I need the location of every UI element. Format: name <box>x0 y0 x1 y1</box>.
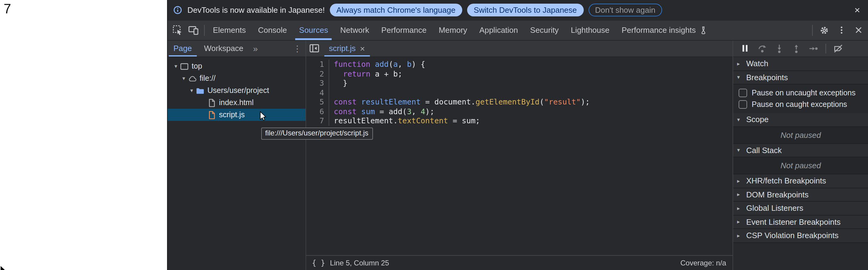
file-tree: ▾top▾file://▾Users/user/projectindex.htm… <box>167 57 305 121</box>
code-token <box>370 60 375 69</box>
section-label: XHR/fetch Breakpoints <box>746 176 826 186</box>
checkbox-label: Pause on uncaught exceptions <box>752 89 856 97</box>
devtools-window: DevTools is now available in Japanese! A… <box>167 0 868 270</box>
code-editor[interactable]: 1function add(a, b) {2 return a + b;3 }4… <box>306 57 732 255</box>
line-number[interactable]: 2 <box>306 69 329 78</box>
code-line-text: } <box>329 78 347 88</box>
code-token <box>356 97 361 106</box>
tab-label: Console <box>258 26 287 35</box>
code-token: , <box>398 60 407 69</box>
tree-item-top[interactable]: ▾top <box>167 60 305 72</box>
tab-lighthouse[interactable]: Lighthouse <box>565 20 616 40</box>
section-scope[interactable]: ▾Scope <box>733 113 868 127</box>
navigator-tab-bar: Page Workspace » ⋮ <box>167 40 305 57</box>
section-breakpoints[interactable]: ▾Breakpoints <box>733 71 868 84</box>
editor-pane: script.js × 1function add(a, b) {2 retur… <box>306 40 733 270</box>
tree-item-users-user-project[interactable]: ▾Users/user/project <box>167 84 305 97</box>
device-toolbar-icon[interactable] <box>186 22 202 38</box>
code-token: "result" <box>544 97 580 106</box>
line-number[interactable]: 4 <box>306 88 329 97</box>
line-number[interactable]: 3 <box>306 78 329 88</box>
code-line: 2 return a + b; <box>306 69 732 78</box>
code-token: = add( <box>375 107 407 116</box>
expander-icon[interactable]: ▾ <box>172 63 180 69</box>
tab-elements[interactable]: Elements <box>207 20 252 40</box>
tree-item-index-html[interactable]: index.html <box>167 97 305 109</box>
line-number[interactable]: 6 <box>306 107 329 116</box>
tab-performance[interactable]: Performance <box>375 20 433 40</box>
tab-console[interactable]: Console <box>252 20 293 40</box>
triangle-right-icon: ▸ <box>737 178 743 184</box>
checkbox-pause-on-caught-exceptions[interactable]: Pause on caught exceptions <box>733 99 868 111</box>
section-csp-violation-breakpoints[interactable]: ▸CSP Violation Breakpoints <box>733 229 868 243</box>
section-dom-breakpoints[interactable]: ▸DOM Breakpoints <box>733 188 868 202</box>
section-xhr-fetch-breakpoints[interactable]: ▸XHR/fetch Breakpoints <box>733 174 868 188</box>
page: 7 DevTools is now available in Japanese!… <box>0 0 868 270</box>
step-icon[interactable] <box>806 42 820 55</box>
infobar-button-switch-devtools-to-japanese[interactable]: Switch DevTools to Japanese <box>467 4 584 17</box>
tab-network[interactable]: Network <box>334 20 375 40</box>
tab-sources[interactable]: Sources <box>293 20 334 40</box>
checkbox-box[interactable] <box>738 89 747 97</box>
code-line-text: function add(a, b) { <box>329 60 425 69</box>
tab-label: Lighthouse <box>571 26 610 35</box>
tab-close-icon[interactable]: × <box>360 44 365 54</box>
code-line: 4 <box>306 88 732 97</box>
kebab-menu-icon[interactable] <box>833 22 849 38</box>
more-tabs-icon[interactable]: » <box>249 44 261 54</box>
tab-label: Elements <box>213 26 246 35</box>
code-line-text <box>329 88 338 97</box>
code-token <box>334 69 343 78</box>
toolbar-separator <box>812 25 813 35</box>
line-number[interactable]: 5 <box>306 97 329 107</box>
step-out-icon[interactable] <box>789 42 803 55</box>
pretty-print-icon[interactable]: { } <box>312 259 325 267</box>
inspect-icon[interactable] <box>170 22 186 38</box>
section-label: Watch <box>746 59 768 68</box>
infobar-button-always-match-chrome-s-language[interactable]: Always match Chrome's language <box>330 4 462 17</box>
section-watch[interactable]: ▸Watch <box>733 57 868 71</box>
tree-item-script-js[interactable]: script.js <box>167 109 305 121</box>
tab-label: Performance insights <box>622 26 696 35</box>
tab-workspace[interactable]: Workspace <box>198 40 250 57</box>
panel-left-icon[interactable] <box>306 40 323 57</box>
tab-application[interactable]: Application <box>473 20 524 40</box>
infobar-buttons: Always match Chrome's languageSwitch Dev… <box>330 4 662 17</box>
section-call-stack[interactable]: ▾Call Stack <box>733 144 868 157</box>
deactivate-breakpoints-icon[interactable] <box>831 42 845 55</box>
code-token: ) { <box>411 60 425 69</box>
tab-page[interactable]: Page <box>167 40 198 57</box>
step-over-icon[interactable] <box>755 42 769 55</box>
section-event-listener-breakpoints[interactable]: ▸Event Listener Breakpoints <box>733 215 868 229</box>
code-token <box>356 107 361 116</box>
triangle-right-icon: ▸ <box>737 219 743 225</box>
step-into-icon[interactable] <box>772 42 786 55</box>
infobar-close-button[interactable]: × <box>852 5 863 15</box>
code-token: add <box>375 60 389 69</box>
editor-tab-scriptjs[interactable]: script.js × <box>323 40 371 57</box>
tab-memory[interactable]: Memory <box>432 20 473 40</box>
tab-performance-insights[interactable]: Performance insights <box>616 20 713 40</box>
infobar-button-don-t-show-again[interactable]: Don't show again <box>588 4 662 17</box>
line-number[interactable]: 7 <box>306 116 329 125</box>
close-icon[interactable] <box>850 22 866 38</box>
pause-icon[interactable] <box>738 42 752 55</box>
expander-icon[interactable]: ▾ <box>188 87 195 94</box>
checkbox-box[interactable] <box>738 100 747 109</box>
code-line: 3 } <box>306 78 732 88</box>
code-token: } <box>334 78 347 87</box>
triangle-down-icon: ▾ <box>737 117 743 123</box>
code-line: 5const resultElement = document.getEleme… <box>306 97 732 107</box>
tree-item-file[interactable]: ▾file:// <box>167 72 305 84</box>
section-label: Global Listeners <box>746 204 803 213</box>
navigator-menu-icon[interactable]: ⋮ <box>289 44 305 54</box>
triangle-right-icon: ▸ <box>737 192 743 198</box>
toolbar-separator <box>825 44 826 54</box>
checkbox-pause-on-uncaught-exceptions[interactable]: Pause on uncaught exceptions <box>733 87 868 99</box>
section-global-listeners[interactable]: ▸Global Listeners <box>733 202 868 215</box>
gear-icon[interactable] <box>816 22 832 38</box>
tab-security[interactable]: Security <box>524 20 565 40</box>
expander-icon[interactable]: ▾ <box>180 75 187 81</box>
code-token: ); <box>425 107 434 116</box>
line-number[interactable]: 1 <box>306 60 329 69</box>
